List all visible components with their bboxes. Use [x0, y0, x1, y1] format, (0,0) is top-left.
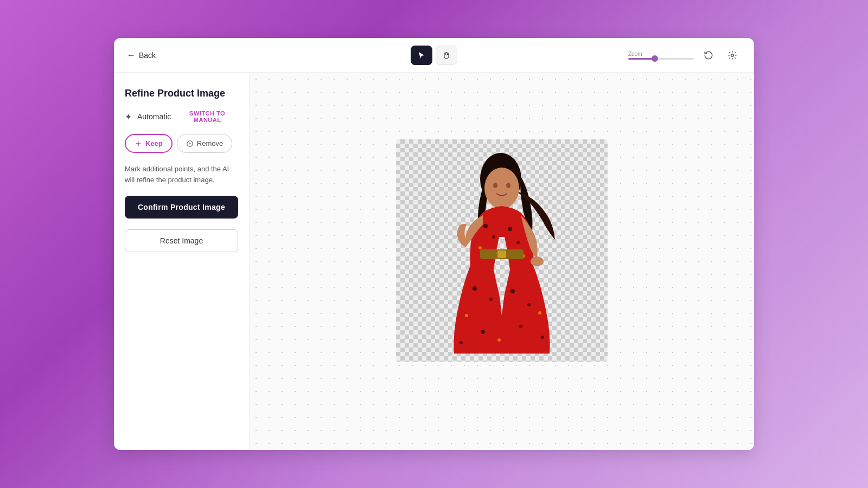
refresh-button[interactable]: [700, 47, 717, 64]
remove-button[interactable]: Remove: [177, 134, 232, 153]
settings-button[interactable]: [724, 47, 741, 64]
svg-point-6: [506, 183, 510, 188]
cursor-tool-button[interactable]: [411, 46, 432, 65]
hand-tool-button[interactable]: [436, 46, 457, 65]
svg-point-17: [465, 314, 468, 317]
mark-tools: Keep Remove: [125, 134, 238, 153]
svg-point-4: [484, 168, 519, 209]
sidebar-title: Refine Product Image: [125, 88, 238, 99]
keep-icon: [135, 140, 142, 147]
product-image: [420, 142, 583, 359]
svg-point-14: [489, 298, 493, 301]
product-image-wrapper: [396, 139, 608, 362]
svg-point-22: [459, 341, 463, 344]
cursor-icon: [417, 51, 426, 60]
confirm-product-image-button[interactable]: Confirm Product Image: [125, 196, 238, 219]
back-arrow-icon: ←: [127, 50, 136, 60]
sidebar: Refine Product Image ✦ Automatic SWITCH …: [114, 73, 250, 450]
hand-icon: [442, 51, 451, 60]
svg-point-23: [541, 336, 544, 339]
back-label: Back: [139, 51, 156, 60]
svg-point-5: [493, 183, 497, 188]
canvas-area[interactable]: [250, 73, 754, 450]
mode-row: ✦ Automatic SWITCH TO MANUAL: [125, 110, 238, 123]
keep-button[interactable]: Keep: [125, 134, 173, 153]
svg-point-8: [492, 235, 495, 239]
svg-point-11: [478, 246, 482, 249]
svg-point-9: [508, 227, 512, 231]
reset-image-button[interactable]: Reset Image: [125, 229, 238, 252]
back-button[interactable]: ← Back: [127, 50, 156, 60]
svg-point-18: [538, 311, 541, 314]
svg-point-15: [510, 289, 515, 293]
toolbar: ← Back Zoom: [114, 38, 754, 73]
mode-label: Automatic: [137, 112, 171, 121]
toolbar-center-tools: [411, 46, 457, 65]
image-container: [396, 139, 608, 362]
svg-point-10: [516, 241, 520, 244]
svg-point-7: [483, 224, 488, 228]
svg-rect-25: [497, 251, 506, 258]
svg-point-0: [731, 54, 734, 56]
remove-label: Remove: [197, 139, 223, 147]
zoom-slider[interactable]: [628, 58, 693, 60]
switch-to-manual-button[interactable]: SWITCH TO MANUAL: [176, 110, 238, 123]
toolbar-right-controls: Zoom: [628, 47, 741, 64]
keep-label: Keep: [145, 139, 163, 147]
zoom-control: Zoom: [628, 51, 693, 60]
svg-point-16: [527, 303, 531, 306]
main-card: ← Back Zoom: [114, 38, 754, 450]
svg-point-20: [519, 325, 522, 328]
wand-icon: ✦: [125, 112, 132, 122]
settings-icon: [727, 50, 737, 60]
refresh-icon: [704, 50, 713, 60]
hint-text: Mark additional points, and the AI will …: [125, 164, 238, 185]
svg-point-19: [481, 330, 485, 334]
remove-icon: [186, 140, 194, 147]
svg-point-21: [497, 338, 501, 342]
svg-point-26: [531, 256, 544, 266]
content-area: Refine Product Image ✦ Automatic SWITCH …: [114, 73, 754, 450]
svg-point-13: [473, 286, 477, 291]
